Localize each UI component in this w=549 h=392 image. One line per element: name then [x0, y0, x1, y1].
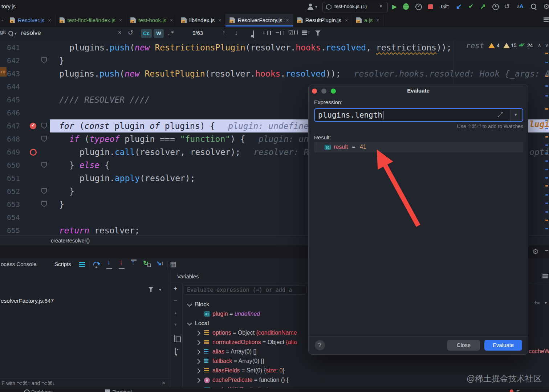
stripe-mark[interactable]: [545, 75, 548, 77]
select-all-matches-icon[interactable]: [253, 30, 254, 38]
step-over-icon[interactable]: [93, 261, 101, 269]
add-watch-button[interactable]: +: [174, 285, 178, 293]
move-up-button[interactable]: ▲: [174, 311, 178, 315]
stripe-mark[interactable]: [545, 211, 548, 213]
stripe-mark[interactable]: [545, 53, 548, 54]
remove-selection-icon[interactable]: −: [276, 29, 284, 37]
stripe-mark[interactable]: [545, 177, 548, 179]
variable-row[interactable]: λcachePredicate = function () {: [183, 375, 308, 385]
stripe-mark[interactable]: [545, 169, 548, 170]
variable-row[interactable]: 01plugin = undefined: [183, 309, 308, 319]
add-inline-watch-icon[interactable]: +∞: [534, 299, 540, 306]
ok-checks-icon[interactable]: ✔✔: [518, 42, 522, 48]
tab-Resolver.js[interactable]: Resolver.js×: [6, 14, 56, 26]
tab-list-icon[interactable]: [544, 17, 549, 19]
run-config-select[interactable]: test-hook.js (1) ▾: [322, 2, 388, 12]
terminal-icon[interactable]: [105, 389, 110, 392]
debug-bug-button[interactable]: [403, 3, 409, 10]
notification-dot[interactable]: [510, 389, 513, 392]
rerun-icon[interactable]: ↻: [143, 260, 151, 269]
find-query-input[interactable]: resolve: [21, 29, 41, 37]
words-toggle[interactable]: W: [154, 29, 164, 38]
variable-row[interactable]: Block: [183, 300, 308, 309]
run-button[interactable]: ▶: [392, 3, 397, 11]
select-occurrences-icon[interactable]: ☑: [288, 29, 298, 36]
regex-toggle[interactable]: .*: [167, 30, 174, 37]
variables-tree[interactable]: Block01plugin = undefinedLocaloptions = …: [183, 300, 308, 388]
code-line-642[interactable]: 642}: [0, 54, 549, 67]
find-clear-icon[interactable]: ×: [118, 29, 121, 36]
chevron-right-icon[interactable]: [195, 359, 200, 364]
fold-marker-icon[interactable]: [41, 136, 47, 142]
warning-strong-icon[interactable]: [488, 43, 495, 48]
variable-row[interactable]: alias = Array(0) []: [183, 347, 308, 356]
chevron-right-icon[interactable]: [195, 331, 200, 336]
prev-issue-icon[interactable]: ∧: [538, 42, 541, 48]
run-to-cursor-icon[interactable]: ↘I: [156, 260, 165, 269]
user-icon[interactable]: [307, 4, 313, 10]
git-push-button[interactable]: ↗: [480, 2, 486, 11]
chevron-right-icon[interactable]: [195, 378, 200, 383]
tab-close-icon[interactable]: ×: [218, 17, 221, 23]
filter-funnel-icon[interactable]: [315, 30, 321, 36]
find-search-icon[interactable]: [8, 30, 14, 36]
watch-visibility-caret[interactable]: ▾: [175, 353, 177, 357]
tab-a.js[interactable]: a.js×: [352, 14, 384, 26]
variable-row[interactable]: 01cacheWithContext = true: [183, 385, 308, 388]
tab-close-icon[interactable]: ×: [48, 17, 51, 23]
problems-label[interactable]: Problems: [31, 389, 53, 392]
tab-test-find-file/index.js[interactable]: test-find-file/index.js×: [56, 14, 127, 26]
step-out-icon[interactable]: ↑: [131, 260, 138, 269]
fold-marker-icon[interactable]: [41, 188, 47, 194]
stripe-mark[interactable]: [545, 160, 548, 162]
prev-match-button[interactable]: ↑: [222, 29, 225, 37]
stripe-mark[interactable]: [545, 85, 548, 87]
search-everywhere-icon[interactable]: [530, 3, 537, 10]
stripe-mark[interactable]: [545, 220, 548, 221]
fold-marker-icon[interactable]: [41, 162, 47, 168]
frames-filter-icon[interactable]: [148, 287, 154, 292]
tab-scripts[interactable]: Scripts: [54, 261, 71, 267]
fold-marker-icon[interactable]: [41, 201, 47, 207]
stripe-mark[interactable]: [545, 108, 548, 110]
right-panel-menu-icon[interactable]: [542, 274, 548, 275]
filter-lines-icon[interactable]: I: [302, 30, 307, 32]
stripe-mark[interactable]: [545, 62, 548, 63]
problems-icon[interactable]: [24, 389, 30, 392]
rollback-icon[interactable]: ↺: [504, 2, 510, 11]
chevron-right-icon[interactable]: [195, 368, 200, 373]
stripe-mark[interactable]: [545, 136, 548, 138]
frames-hint-close-icon[interactable]: ×: [162, 380, 165, 386]
evaluate-expression-icon[interactable]: ▦: [170, 260, 176, 268]
stripe-mark[interactable]: [545, 194, 548, 196]
next-issue-icon[interactable]: ∨: [545, 42, 549, 48]
git-commit-button[interactable]: ✔: [468, 3, 473, 10]
next-match-button[interactable]: ↓: [235, 29, 238, 37]
step-into-icon[interactable]: ↓: [106, 260, 114, 269]
remove-watch-button[interactable]: −: [174, 297, 178, 305]
expression-input[interactable]: plugins.length ↗↙ ▾: [314, 108, 523, 122]
inline-watch-caret[interactable]: ▾: [545, 300, 547, 305]
move-down-button[interactable]: ▼: [174, 322, 178, 327]
variable-row[interactable]: fallback = Array(0) []: [183, 356, 308, 366]
variable-row[interactable]: aliasFields = Set(0) {size: 0}: [183, 366, 308, 375]
evaluate-button[interactable]: Evaluate: [484, 340, 522, 351]
stripe-mark[interactable]: [545, 185, 548, 187]
tab-lib/index.js[interactable]: lib/index.js×: [177, 14, 225, 26]
breakpoint-hit-icon[interactable]: [30, 123, 36, 129]
chevron-right-icon[interactable]: [195, 350, 200, 355]
tab-close-icon[interactable]: ×: [170, 17, 173, 23]
settings-gear-icon[interactable]: ⚙: [543, 2, 549, 11]
tab-ResultPlugin.js[interactable]: ResultPlugin.js×: [293, 14, 352, 26]
force-step-into-icon[interactable]: ↓: [119, 260, 126, 269]
terminal-label[interactable]: Terminal: [113, 389, 132, 392]
chevron-down-icon[interactable]: [187, 302, 192, 307]
expression-history-dropdown[interactable]: ▾: [511, 109, 522, 121]
breakpoint-icon[interactable]: [30, 149, 37, 156]
tab-close-icon[interactable]: ×: [119, 17, 122, 23]
code-line-643[interactable]: 643plugins.push(new ResultPlugin(resolve…: [0, 67, 549, 80]
history-clock-icon[interactable]: [492, 4, 499, 10]
stripe-mark[interactable]: [545, 95, 548, 97]
stop-button[interactable]: [428, 4, 433, 9]
frame-item[interactable]: esolverFactory.js:647: [1, 298, 54, 304]
